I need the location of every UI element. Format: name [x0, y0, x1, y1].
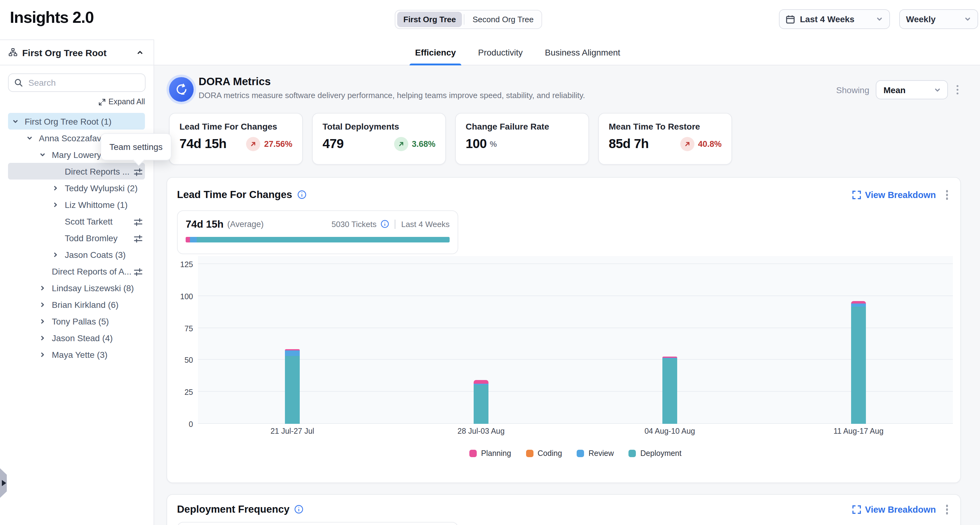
- metric-card-value: 100: [466, 136, 487, 151]
- chevron-right-icon[interactable]: [52, 251, 59, 258]
- trend-up-arrow-icon: [246, 137, 260, 151]
- chevron-down-icon: [964, 16, 971, 23]
- tree-item-label: First Org Tree Root (1): [25, 116, 111, 126]
- trend-badge: 3.68%: [394, 137, 436, 151]
- lead-time-chart: 0255075100125 21 Jul-27 Jul28 Jul-03 Aug…: [167, 253, 960, 469]
- x-axis-label-28-jul-03-aug: 28 Jul-03 Aug: [387, 427, 576, 436]
- tree-item-jason-coats-3[interactable]: Jason Coats (3): [8, 246, 145, 263]
- tree-item-direct-reports-of-a[interactable]: Direct Reports of A...: [8, 263, 145, 280]
- chart-legend: PlanningCodingReviewDeployment: [198, 449, 953, 458]
- legend-swatch: [469, 450, 477, 457]
- date-range-value: Last 4 Weeks: [800, 14, 854, 24]
- chevron-right-icon[interactable]: [40, 352, 46, 358]
- metric-card-value: 479: [323, 136, 344, 151]
- chevron-right-icon[interactable]: [52, 185, 59, 191]
- org-tree-toggle: First Org Tree Second Org Tree: [395, 10, 542, 29]
- sidebar-drawer-handle[interactable]: [0, 468, 7, 498]
- metric-card-value: 85d 7h: [609, 136, 649, 151]
- tree-item-first-org-tree-root-1[interactable]: First Org Tree Root (1): [8, 113, 145, 130]
- app: Insights 2.0 First Org Tree Second Org T…: [0, 0, 980, 525]
- legend-deployment[interactable]: Deployment: [629, 449, 681, 458]
- deployment-menu-button[interactable]: [943, 502, 950, 517]
- lead-time-menu-button[interactable]: [943, 188, 950, 202]
- showing-mean-select[interactable]: Mean: [875, 80, 948, 99]
- lead-time-header: Lead Time For Changes View Breakdown: [167, 178, 960, 202]
- progress-segment-review: [190, 237, 197, 242]
- deployment-frequency-actions: View Breakdown: [852, 502, 950, 517]
- expand-all-button[interactable]: Expand All: [99, 97, 145, 106]
- chevron-down-icon[interactable]: [40, 151, 46, 158]
- bar-21-jul-27-jul[interactable]: [285, 256, 300, 424]
- tree-item-label: Direct Reports ...: [65, 166, 129, 176]
- separator: [395, 219, 396, 229]
- dora-menu-button[interactable]: [954, 83, 961, 97]
- team-settings-icon[interactable]: [133, 266, 145, 276]
- chevron-down-icon[interactable]: [27, 135, 33, 141]
- bar-04-aug-10-aug[interactable]: [662, 256, 677, 424]
- deployment-view-breakdown-button[interactable]: View Breakdown: [852, 504, 936, 514]
- tree-item-lindsay-liszewski-8[interactable]: Lindsay Liszewski (8): [8, 280, 145, 296]
- gridline-25: [198, 391, 953, 392]
- tree-item-tony-pallas-5[interactable]: Tony Pallas (5): [8, 313, 145, 329]
- team-settings-icon[interactable]: [133, 233, 145, 243]
- toggle-second-org-tree[interactable]: Second Org Tree: [466, 12, 540, 27]
- legend-label: Coding: [538, 449, 562, 458]
- lead-time-view-breakdown-button[interactable]: View Breakdown: [852, 190, 936, 200]
- info-icon[interactable]: [381, 220, 390, 228]
- bar-11-aug-17-aug[interactable]: [851, 256, 866, 424]
- granularity-select[interactable]: Weekly: [899, 9, 978, 29]
- tree-item-brian-kirkland-6[interactable]: Brian Kirkland (6): [8, 296, 145, 313]
- org-tree-icon: [9, 48, 17, 57]
- legend-coding[interactable]: Coding: [526, 449, 562, 458]
- main-content: DORA Metrics DORA metrics measure softwa…: [154, 65, 980, 525]
- metric-card-value: 74d 15h: [180, 136, 226, 151]
- chevron-right-icon[interactable]: [52, 201, 59, 208]
- bar-segment-planning: [474, 380, 488, 384]
- tree-item-scott-tarkett[interactable]: Scott Tarkett: [8, 213, 145, 229]
- chevron-right-icon[interactable]: [40, 335, 46, 341]
- info-icon[interactable]: [294, 505, 304, 514]
- search-input[interactable]: [27, 77, 139, 88]
- legend-swatch: [629, 450, 636, 457]
- trend-up-arrow-icon: [394, 137, 408, 151]
- tree-item-label: Maya Yette (3): [52, 350, 108, 360]
- tree-item-teddy-wylupski-2[interactable]: Teddy Wylupski (2): [8, 180, 145, 196]
- chevron-right-icon[interactable]: [40, 318, 46, 324]
- tab-business-alignment[interactable]: Business Alignment: [539, 40, 626, 65]
- tree-item-maya-yette-3[interactable]: Maya Yette (3): [8, 346, 145, 363]
- gridline-100: [198, 296, 953, 296]
- date-range-select[interactable]: Last 4 Weeks: [779, 9, 890, 29]
- y-axis-label-125: 125: [170, 260, 193, 269]
- x-axis-label-21-jul-27-jul: 21 Jul-27 Jul: [198, 427, 387, 436]
- bar-segment-deployment: [851, 307, 866, 424]
- tab-efficiency[interactable]: Efficiency: [409, 40, 461, 65]
- chevron-right-icon[interactable]: [40, 285, 46, 291]
- metric-card-mean-time-to-restore: Mean Time To Restore85d 7h40.8%: [598, 113, 732, 165]
- tab-productivity[interactable]: Productivity: [473, 40, 528, 65]
- gridline-0: [198, 423, 953, 424]
- tree-item-jason-stead-4[interactable]: Jason Stead (4): [8, 329, 145, 346]
- tree-item-label: Teddy Wylupski (2): [65, 183, 138, 193]
- bar-28-jul-03-aug[interactable]: [474, 256, 488, 424]
- metric-card-change-failure-rate: Change Failure Rate100%: [455, 113, 589, 165]
- lead-time-average-label: (Average): [227, 219, 264, 229]
- lead-time-average-value: 74d 15h: [186, 218, 224, 230]
- x-axis-label-11-aug-17-aug: 11 Aug-17 Aug: [764, 427, 953, 436]
- tree-item-label: Anna Scozzafava: [39, 133, 106, 143]
- granularity-value: Weekly: [906, 14, 935, 24]
- legend-review[interactable]: Review: [577, 449, 614, 458]
- chevron-right-icon[interactable]: [40, 301, 46, 307]
- toggle-first-org-tree[interactable]: First Org Tree: [397, 12, 462, 27]
- team-settings-icon[interactable]: [133, 166, 145, 176]
- tree-item-todd-bromley[interactable]: Todd Bromley: [8, 229, 145, 246]
- legend-planning[interactable]: Planning: [469, 449, 511, 458]
- tree-item-direct-reports[interactable]: Direct Reports ...: [8, 163, 145, 180]
- chevron-down-icon[interactable]: [12, 118, 19, 124]
- tree-item-liz-whittome-1[interactable]: Liz Whittome (1): [8, 196, 145, 213]
- metric-card-title: Lead Time For Changes: [180, 121, 292, 131]
- info-icon[interactable]: [297, 190, 307, 200]
- app-header: Insights 2.0 First Org Tree Second Org T…: [0, 0, 980, 40]
- team-settings-icon[interactable]: [133, 216, 145, 226]
- collapse-tree-button[interactable]: [135, 48, 145, 57]
- gridline-125: [198, 263, 953, 264]
